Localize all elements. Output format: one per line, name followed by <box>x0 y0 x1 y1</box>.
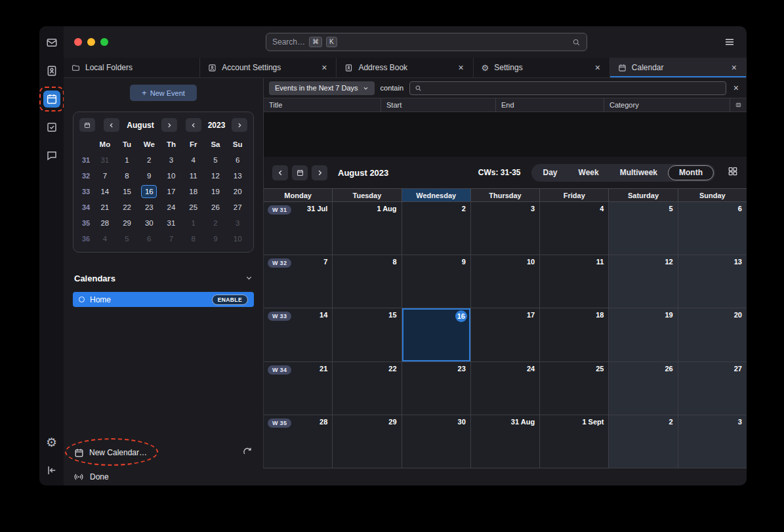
mini-day[interactable]: 3 <box>230 216 245 230</box>
new-event-button[interactable]: + New Event <box>130 85 197 101</box>
month-day-cell[interactable]: 10 <box>471 255 540 308</box>
column-header-title[interactable]: Title <box>264 98 381 112</box>
column-header-start[interactable]: Start <box>381 98 496 112</box>
mini-day[interactable]: 8 <box>186 232 201 245</box>
close-tab-icon[interactable]: × <box>730 62 738 73</box>
mini-day[interactable]: 5 <box>119 232 135 245</box>
month-day-cell[interactable]: 25 <box>540 362 609 415</box>
month-day-cell[interactable]: 2 <box>402 202 471 255</box>
app-menu-icon[interactable] <box>723 35 736 49</box>
enable-badge[interactable]: ENABLE <box>212 295 248 305</box>
next-period-button[interactable] <box>312 165 327 180</box>
mini-day[interactable]: 9 <box>141 169 157 182</box>
tab-address-book[interactable]: Address Book × <box>337 58 473 77</box>
chevron-down-icon[interactable] <box>245 272 253 284</box>
mini-day[interactable]: 8 <box>119 169 135 182</box>
month-day-cell[interactable]: 24 <box>471 362 540 415</box>
mini-day[interactable]: 2 <box>141 153 157 167</box>
month-day-cell[interactable]: 31 Aug <box>471 415 540 468</box>
mini-day[interactable]: 13 <box>230 169 245 182</box>
mini-day[interactable]: 18 <box>186 185 201 198</box>
month-day-cell[interactable]: W 33 14 <box>264 308 333 361</box>
column-picker-icon[interactable] <box>730 98 747 112</box>
view-mode-multiweek[interactable]: Multiweek <box>609 165 668 180</box>
tasks-icon[interactable] <box>43 119 60 136</box>
sync-calendars-icon[interactable] <box>242 446 253 459</box>
month-day-cell[interactable]: W 32 7 <box>264 255 333 308</box>
close-tab-icon[interactable]: × <box>594 62 602 73</box>
chat-icon[interactable] <box>43 147 60 164</box>
month-day-cell[interactable]: 19 <box>609 308 678 361</box>
view-mode-week[interactable]: Week <box>568 165 609 180</box>
mini-day[interactable]: 31 <box>97 153 113 167</box>
close-window-button[interactable] <box>74 38 82 46</box>
today-button[interactable] <box>292 165 308 180</box>
mini-day[interactable]: 28 <box>97 216 113 230</box>
month-day-cell-today[interactable]: 16 <box>402 308 471 361</box>
month-day-cell[interactable]: 26 <box>609 362 678 415</box>
mini-next-month-button[interactable] <box>161 118 177 132</box>
month-day-cell[interactable]: 27 <box>678 362 747 415</box>
month-day-cell[interactable]: 3 <box>471 202 540 255</box>
mini-day[interactable]: 11 <box>186 169 201 182</box>
view-mode-day[interactable]: Day <box>533 165 568 180</box>
column-header-end[interactable]: End <box>496 98 604 112</box>
mini-day[interactable]: 6 <box>230 153 245 167</box>
zoom-window-button[interactable] <box>100 38 108 46</box>
tab-local-folders[interactable]: Local Folders <box>64 58 200 77</box>
new-calendar-button[interactable]: New Calendar… <box>74 448 147 458</box>
month-day-cell[interactable]: 4 <box>540 202 609 255</box>
calendar-space-icon[interactable] <box>43 91 60 108</box>
mini-day[interactable]: 12 <box>207 169 223 182</box>
month-day-cell[interactable]: 1 Sept <box>540 415 609 468</box>
mini-day[interactable]: 15 <box>119 185 135 198</box>
mini-day[interactable]: 7 <box>97 169 113 182</box>
close-tab-icon[interactable]: × <box>320 62 328 73</box>
mini-day[interactable]: 10 <box>230 232 245 245</box>
event-search-field[interactable] <box>409 81 726 95</box>
month-day-cell[interactable]: 9 <box>402 255 471 308</box>
close-filter-icon[interactable]: × <box>732 83 740 93</box>
mini-day[interactable]: 6 <box>141 232 157 245</box>
address-book-icon[interactable] <box>43 62 60 79</box>
mini-day-selected[interactable]: 16 <box>141 185 157 198</box>
mini-day[interactable]: 31 <box>163 216 179 230</box>
month-day-cell[interactable]: 22 <box>333 362 402 415</box>
mini-day[interactable]: 2 <box>207 216 223 230</box>
month-day-cell[interactable]: 18 <box>540 308 609 361</box>
mini-day[interactable]: 19 <box>207 185 223 198</box>
mini-day[interactable]: 3 <box>163 153 179 167</box>
mini-day[interactable]: 23 <box>141 201 157 214</box>
mini-day[interactable]: 25 <box>186 201 201 214</box>
mini-day[interactable]: 4 <box>97 232 113 245</box>
mail-icon[interactable] <box>43 34 60 51</box>
global-search-input[interactable]: Search… ⌘ K <box>266 33 587 51</box>
month-day-cell[interactable]: 6 <box>678 202 747 255</box>
event-search-input[interactable] <box>426 84 721 92</box>
month-day-cell[interactable]: W 34 21 <box>264 362 333 415</box>
mini-day[interactable]: 1 <box>186 216 201 230</box>
mini-day[interactable]: 22 <box>119 201 135 214</box>
mini-day[interactable]: 1 <box>119 153 135 167</box>
close-tab-icon[interactable]: × <box>457 62 464 73</box>
mini-day[interactable]: 9 <box>207 232 223 245</box>
mini-day[interactable]: 20 <box>230 185 245 198</box>
mini-prev-month-button[interactable] <box>104 118 119 132</box>
mini-day[interactable]: 5 <box>207 153 223 167</box>
month-day-cell[interactable]: 29 <box>333 415 402 468</box>
rotate-view-icon[interactable] <box>728 166 738 179</box>
mini-calendar-today-button[interactable] <box>79 118 95 132</box>
month-day-cell[interactable]: 15 <box>333 308 402 361</box>
month-day-cell[interactable]: 17 <box>471 308 540 361</box>
mini-day[interactable]: 27 <box>230 201 245 214</box>
view-mode-month[interactable]: Month <box>668 165 714 180</box>
month-day-cell[interactable]: 3 <box>678 415 747 468</box>
event-filter-dropdown[interactable]: Events in the Next 7 Days <box>269 81 375 95</box>
month-day-cell[interactable]: 2 <box>609 415 678 468</box>
settings-gear-icon[interactable]: ⚙ <box>43 434 60 451</box>
mini-day[interactable]: 4 <box>186 153 201 167</box>
mini-next-year-button[interactable] <box>232 118 247 132</box>
mini-day[interactable]: 14 <box>97 185 113 198</box>
mini-day[interactable]: 21 <box>97 201 113 214</box>
mini-day[interactable]: 26 <box>207 201 223 214</box>
